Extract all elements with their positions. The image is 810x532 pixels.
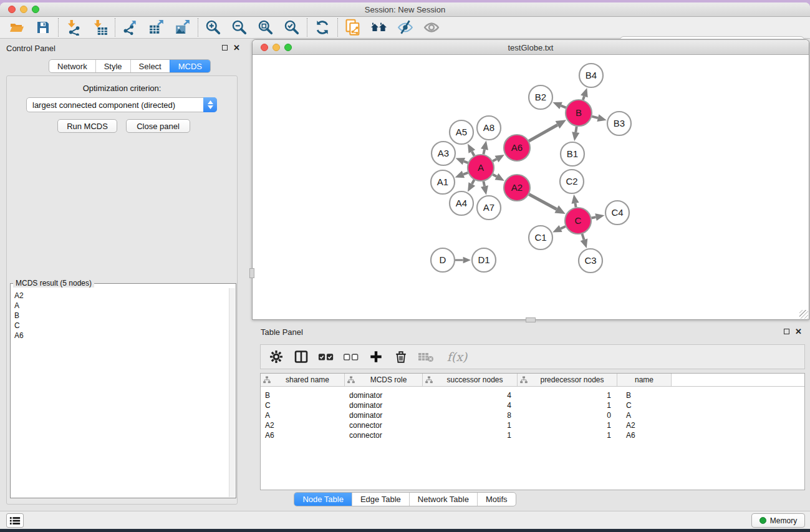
edge-B-B4[interactable]: [583, 96, 584, 100]
edge-A-A5[interactable]: [472, 152, 475, 156]
resize-grip[interactable]: [799, 310, 808, 319]
cell-MCDS-role[interactable]: dominator: [345, 391, 423, 400]
edge-A-A7[interactable]: [483, 181, 485, 186]
table-row[interactable]: Cdominator41C: [261, 400, 804, 410]
show-hide-button[interactable]: [418, 17, 445, 37]
table-settings-button[interactable]: [268, 349, 284, 365]
mcds-result-item[interactable]: A2: [14, 291, 230, 301]
cell-name[interactable]: B: [617, 391, 672, 400]
edge-B-B3[interactable]: [592, 117, 598, 118]
mcds-result-scrollbar[interactable]: [229, 288, 235, 497]
column-header-name[interactable]: name: [617, 374, 672, 386]
new-network-from-selection-button[interactable]: [340, 17, 366, 37]
tab-mcds[interactable]: MCDS: [170, 60, 210, 72]
export-table-button[interactable]: [143, 17, 170, 37]
float-table-panel-icon[interactable]: [784, 329, 789, 334]
import-network-button[interactable]: [60, 17, 87, 37]
cell-predecessor-nodes[interactable]: 1: [518, 421, 617, 430]
add-row-button[interactable]: [368, 349, 384, 365]
cell-shared-name[interactable]: C: [261, 401, 345, 410]
column-header-successor-nodes[interactable]: successor nodes: [423, 374, 518, 386]
cell-predecessor-nodes[interactable]: 1: [518, 401, 617, 410]
column-header-MCDS-role[interactable]: MCDS role: [345, 374, 423, 386]
cell-successor-nodes[interactable]: 4: [423, 391, 518, 400]
save-session-button[interactable]: [30, 17, 56, 37]
cell-MCDS-role[interactable]: connector: [345, 431, 423, 440]
cell-successor-nodes[interactable]: 1: [423, 421, 518, 430]
table-row[interactable]: A2connector11A2: [261, 420, 804, 430]
float-panel-icon[interactable]: [222, 45, 228, 51]
cell-shared-name[interactable]: A6: [261, 431, 345, 440]
tab-edge-table[interactable]: Edge Table: [352, 493, 409, 506]
select-all-button[interactable]: [318, 349, 334, 365]
mcds-result-item[interactable]: C: [14, 321, 230, 331]
table-row[interactable]: Bdominator41B: [261, 390, 804, 400]
graphics-details-button[interactable]: [392, 17, 418, 37]
birdseye-handle-left[interactable]: [249, 268, 254, 278]
edge-B-B1[interactable]: [576, 127, 576, 132]
edge-A-A1[interactable]: [463, 173, 468, 175]
network-canvas[interactable]: A5A8A3AA1A4A7A6A2B2B4BB3B1C2CC4C1C3DD1: [253, 55, 809, 319]
home-button[interactable]: [366, 17, 392, 37]
open-session-button[interactable]: [4, 17, 30, 37]
cell-name[interactable]: A: [617, 411, 672, 420]
cell-MCDS-role[interactable]: connector: [345, 421, 423, 430]
cell-MCDS-role[interactable]: dominator: [345, 401, 423, 410]
function-builder-button[interactable]: f(x): [443, 349, 471, 365]
cell-successor-nodes[interactable]: 4: [423, 401, 518, 410]
run-mcds-button[interactable]: Run MCDS: [57, 119, 117, 133]
tab-motifs[interactable]: Motifs: [477, 493, 516, 506]
memory-button[interactable]: Memory: [751, 513, 805, 528]
edge-A-A4[interactable]: [472, 180, 475, 184]
mcds-result-item[interactable]: B: [14, 311, 230, 321]
criterion-dropdown[interactable]: largest connected component (directed): [26, 97, 217, 112]
edge-C-C2[interactable]: [576, 203, 576, 208]
cell-predecessor-nodes[interactable]: 1: [518, 391, 617, 400]
cell-successor-nodes[interactable]: 8: [423, 411, 518, 420]
export-image-button[interactable]: [170, 17, 196, 37]
birdseye-handle-bottom[interactable]: [526, 317, 536, 322]
table-row[interactable]: Adominator80A: [261, 410, 804, 420]
edge-A-A3[interactable]: [464, 162, 468, 163]
cell-name[interactable]: A6: [617, 431, 672, 440]
cell-MCDS-role[interactable]: dominator: [345, 411, 423, 420]
cell-predecessor-nodes[interactable]: 0: [518, 411, 617, 420]
export-network-button[interactable]: [117, 17, 143, 37]
close-table-panel-icon[interactable]: ✕: [795, 328, 802, 335]
cell-shared-name[interactable]: B: [261, 391, 345, 400]
edge-A-A2[interactable]: [493, 175, 496, 177]
cell-predecessor-nodes[interactable]: 1: [518, 431, 617, 440]
delete-table-button[interactable]: [418, 349, 434, 365]
close-panel-button[interactable]: Close panel: [126, 119, 190, 133]
tab-select[interactable]: Select: [130, 60, 170, 72]
cell-shared-name[interactable]: A: [261, 411, 345, 420]
show-column-button[interactable]: [293, 349, 309, 365]
delete-row-button[interactable]: [393, 349, 409, 365]
close-panel-icon[interactable]: ✕: [233, 44, 240, 51]
table-row[interactable]: A6connector11A6: [261, 430, 804, 440]
network-graph[interactable]: A5A8A3AA1A4A7A6A2B2B4BB3B1C2CC4C1C3DD1: [253, 55, 809, 319]
tab-node-table[interactable]: Node Table: [294, 493, 352, 506]
zoom-out-button[interactable]: [226, 17, 253, 37]
tab-network-table[interactable]: Network Table: [409, 493, 477, 506]
tab-network[interactable]: Network: [49, 60, 95, 72]
mcds-result-item[interactable]: A6: [14, 331, 230, 341]
edge-A-A8[interactable]: [483, 149, 485, 154]
zoom-fit-button[interactable]: [253, 17, 279, 37]
deselect-all-button[interactable]: [343, 349, 359, 365]
edge-C-C3[interactable]: [582, 234, 584, 239]
import-table-button[interactable]: [87, 17, 113, 37]
edge-B-B2[interactable]: [561, 105, 566, 107]
cell-name[interactable]: C: [617, 401, 672, 410]
network-window-titlebar[interactable]: testGlobe.txt: [253, 40, 809, 55]
task-history-button[interactable]: [6, 513, 24, 528]
column-header-predecessor-nodes[interactable]: predecessor nodes: [518, 374, 617, 386]
edge-A6-B[interactable]: [529, 125, 557, 141]
mcds-result-item[interactable]: A: [14, 301, 230, 311]
edge-A2-C[interactable]: [529, 194, 556, 209]
node-table[interactable]: shared nameMCDS rolesuccessor nodesprede…: [260, 373, 805, 490]
edge-C-C1[interactable]: [561, 226, 566, 229]
apply-layout-button[interactable]: [309, 17, 335, 37]
cell-shared-name[interactable]: A2: [261, 421, 345, 430]
cell-name[interactable]: A2: [617, 421, 672, 430]
